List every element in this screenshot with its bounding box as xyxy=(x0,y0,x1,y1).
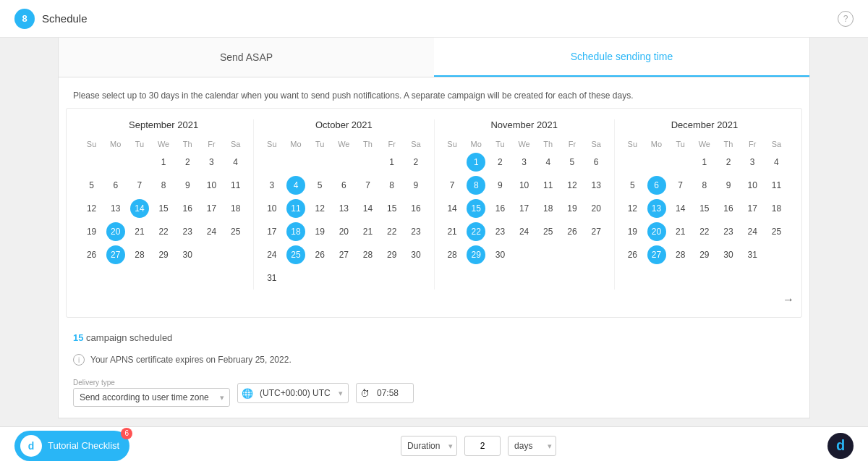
cal-day[interactable]: 1 xyxy=(380,151,404,174)
cal-day[interactable]: 2 xyxy=(176,151,200,174)
cal-day[interactable]: 15 xyxy=(152,197,176,220)
cal-day[interactable]: 2 xyxy=(716,151,740,174)
cal-day[interactable]: 20 xyxy=(644,220,668,243)
cal-day[interactable]: 10 xyxy=(260,197,284,220)
cal-day[interactable] xyxy=(284,151,307,174)
cal-day[interactable]: 5 xyxy=(560,151,584,174)
cal-day[interactable]: 29 xyxy=(464,243,488,266)
cal-day[interactable]: 21 xyxy=(356,220,380,243)
cal-day[interactable]: 14 xyxy=(668,197,692,220)
cal-day[interactable]: 9 xyxy=(716,174,740,197)
cal-day[interactable]: 6 xyxy=(644,174,668,197)
cal-day[interactable]: 25 xyxy=(224,220,247,243)
cal-day[interactable]: 2 xyxy=(404,151,427,174)
cal-day[interactable]: 16 xyxy=(404,197,427,220)
cal-day[interactable]: 27 xyxy=(644,243,668,266)
duration-select[interactable]: Duration Days Hours xyxy=(401,436,457,456)
cal-day[interactable]: 6 xyxy=(332,174,356,197)
cal-day[interactable]: 20 xyxy=(103,220,127,243)
cal-day[interactable] xyxy=(621,151,644,174)
cal-day[interactable]: 20 xyxy=(584,197,608,220)
cal-day[interactable]: 9 xyxy=(176,174,200,197)
cal-day[interactable]: 4 xyxy=(765,151,788,174)
cal-day[interactable]: 5 xyxy=(80,174,103,197)
cal-day[interactable]: 8 xyxy=(464,174,488,197)
cal-day[interactable] xyxy=(308,151,332,174)
cal-day[interactable] xyxy=(765,243,788,266)
cal-day[interactable]: 11 xyxy=(765,174,788,197)
cal-day[interactable] xyxy=(127,151,151,174)
cal-day[interactable]: 8 xyxy=(152,174,176,197)
cal-day[interactable]: 7 xyxy=(127,174,151,197)
cal-day[interactable]: 1 xyxy=(692,151,716,174)
cal-day[interactable]: 23 xyxy=(488,220,512,243)
timezone-select[interactable]: (UTC+00:00) UTC (UTC-05:00) EST (UTC+01:… xyxy=(237,383,349,403)
cal-day[interactable]: 13 xyxy=(644,197,668,220)
cal-day[interactable]: 12 xyxy=(621,197,644,220)
cal-day[interactable]: 18 xyxy=(536,197,560,220)
calendar-next-arrow[interactable]: → xyxy=(783,293,794,305)
cal-day[interactable]: 16 xyxy=(488,197,512,220)
cal-day[interactable]: 23 xyxy=(716,220,740,243)
cal-day[interactable]: 17 xyxy=(512,197,536,220)
cal-day[interactable]: 19 xyxy=(308,220,332,243)
cal-day[interactable]: 11 xyxy=(224,174,247,197)
cal-day[interactable]: 26 xyxy=(560,220,584,243)
cal-day[interactable]: 2 xyxy=(488,151,512,174)
cal-day[interactable]: 26 xyxy=(308,243,332,266)
cal-day[interactable]: 28 xyxy=(127,243,151,266)
cal-day[interactable] xyxy=(80,151,103,174)
cal-day[interactable]: 31 xyxy=(741,243,765,266)
cal-day[interactable]: 17 xyxy=(200,197,224,220)
cal-day[interactable]: 12 xyxy=(80,197,103,220)
cal-day[interactable]: 21 xyxy=(668,220,692,243)
cal-day[interactable]: 24 xyxy=(741,220,765,243)
cal-day[interactable]: 5 xyxy=(308,174,332,197)
cal-day[interactable]: 27 xyxy=(103,243,127,266)
cal-day[interactable]: 24 xyxy=(260,243,284,266)
cal-day[interactable]: 1 xyxy=(464,151,488,174)
cal-day[interactable]: 22 xyxy=(152,220,176,243)
cal-day[interactable]: 21 xyxy=(127,220,151,243)
help-icon[interactable]: ? xyxy=(838,11,854,27)
cal-day[interactable] xyxy=(260,151,284,174)
cal-day[interactable] xyxy=(332,151,356,174)
cal-day[interactable]: 7 xyxy=(441,174,464,197)
cal-day[interactable]: 18 xyxy=(765,197,788,220)
cal-day[interactable]: 10 xyxy=(741,174,765,197)
cal-day[interactable]: 29 xyxy=(380,243,404,266)
cal-day[interactable] xyxy=(644,151,668,174)
cal-day[interactable]: 31 xyxy=(260,266,284,290)
cal-day[interactable]: 24 xyxy=(200,220,224,243)
cal-day[interactable]: 11 xyxy=(284,197,307,220)
cal-day[interactable]: 13 xyxy=(103,197,127,220)
cal-day[interactable]: 14 xyxy=(127,197,151,220)
cal-day[interactable]: 4 xyxy=(536,151,560,174)
cal-day[interactable] xyxy=(103,151,127,174)
cal-day[interactable]: 7 xyxy=(356,174,380,197)
tab-send-asap[interactable]: Send ASAP xyxy=(59,38,434,77)
cal-day[interactable]: 18 xyxy=(284,220,307,243)
cal-day[interactable]: 18 xyxy=(224,197,247,220)
cal-day[interactable]: 30 xyxy=(488,243,512,266)
cal-day[interactable]: 17 xyxy=(741,197,765,220)
cal-day[interactable]: 5 xyxy=(621,174,644,197)
cal-day[interactable]: 21 xyxy=(441,220,464,243)
cal-day[interactable]: 15 xyxy=(464,197,488,220)
cal-day[interactable]: 27 xyxy=(584,220,608,243)
cal-day[interactable]: 26 xyxy=(621,243,644,266)
cal-day[interactable]: 27 xyxy=(332,243,356,266)
cal-day[interactable]: 8 xyxy=(692,174,716,197)
cal-day[interactable]: 23 xyxy=(176,220,200,243)
cal-day[interactable]: 11 xyxy=(536,174,560,197)
days-unit-select[interactable]: days hours weeks xyxy=(508,436,556,456)
time-input[interactable] xyxy=(356,383,414,403)
cal-day[interactable]: 10 xyxy=(200,174,224,197)
delivery-type-select[interactable]: Send according to user time zone Send at… xyxy=(73,388,230,407)
cal-day[interactable]: 8 xyxy=(380,174,404,197)
cal-day[interactable]: 19 xyxy=(621,220,644,243)
cal-day[interactable]: 7 xyxy=(668,174,692,197)
tab-schedule-time[interactable]: Schedule sending time xyxy=(434,38,809,77)
cal-day[interactable]: 3 xyxy=(512,151,536,174)
cal-day[interactable]: 6 xyxy=(103,174,127,197)
